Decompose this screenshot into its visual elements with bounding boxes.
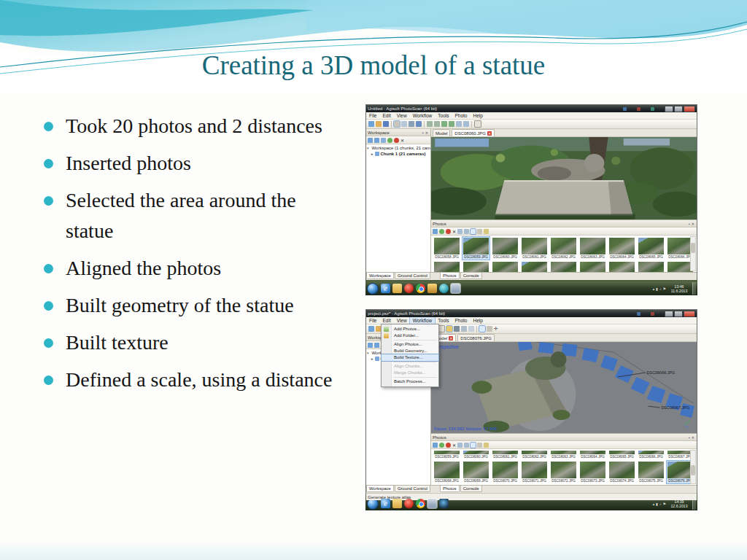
tab-ground-control[interactable]: Ground Control <box>395 273 430 279</box>
open-photo-icon[interactable] <box>484 229 489 234</box>
details-view-icon[interactable] <box>477 443 482 448</box>
add-marker-icon[interactable] <box>381 138 386 143</box>
photo-thumbnail[interactable]: DSC08068.JPG <box>433 461 460 483</box>
opera-icon[interactable] <box>404 284 414 293</box>
internet-explorer-icon[interactable]: e <box>381 284 390 293</box>
menu-item-batch-process[interactable]: Batch Process... <box>382 378 438 385</box>
expand-arrow-icon[interactable]: ▸ <box>371 152 374 156</box>
window-titlebar[interactable]: Untitled - Agisoft PhotoScan (64 bit) <box>366 105 697 112</box>
enable-photo-icon[interactable] <box>439 443 444 448</box>
open-photo-icon[interactable] <box>484 443 489 448</box>
close-button[interactable] <box>684 106 695 112</box>
zoom-in-icon[interactable] <box>456 121 462 127</box>
vertical-scrollbar[interactable] <box>690 236 696 271</box>
add-photos-icon[interactable] <box>374 343 379 348</box>
photo-thumbnail[interactable]: DSC08065.JPG <box>638 237 665 260</box>
photoscan-logo-icon[interactable] <box>439 499 449 508</box>
taskbar-clock[interactable]: 13:4611.6.2013 <box>667 284 691 293</box>
collapse-arrow-icon[interactable]: ▾ <box>367 146 369 150</box>
explorer-folder-icon[interactable] <box>392 499 402 508</box>
photo-thumbnail[interactable]: DSC08070.JPG <box>492 461 519 483</box>
network-icon[interactable]: ▮ <box>656 502 658 506</box>
tab-photos[interactable]: Photos <box>440 486 460 492</box>
panel-close-icon[interactable]: ✕ <box>691 435 695 440</box>
photo-thumbnail[interactable]: DSC08069.JPG <box>462 461 489 483</box>
start-button[interactable] <box>367 283 379 295</box>
vertical-scrollbar[interactable] <box>690 450 696 484</box>
show-cameras-icon[interactable] <box>479 326 485 332</box>
photo-thumbnail[interactable]: DSC08061.JPG <box>492 451 519 459</box>
tab-workspace[interactable]: Workspace <box>366 273 394 279</box>
solid-view-icon[interactable] <box>454 326 460 332</box>
photo-thumbnail[interactable]: DSC08066.JPG <box>638 451 665 459</box>
minimize-button[interactable] <box>665 311 673 317</box>
photo-viewer[interactable] <box>431 137 697 219</box>
volume-icon[interactable]: ♪ <box>659 287 662 291</box>
panel-close-icon[interactable]: ✕ <box>425 131 429 135</box>
photo-thumbnail[interactable]: DSC08061.JPG <box>521 237 548 260</box>
details-view-icon[interactable] <box>477 229 482 234</box>
move-view-icon[interactable] <box>449 121 454 127</box>
add-photos-icon[interactable] <box>433 229 438 234</box>
show-hidden-icons-icon[interactable]: ▴ <box>653 502 655 506</box>
tab-ground-control[interactable]: Ground Control <box>395 486 430 492</box>
action-center-icon[interactable]: ⚑ <box>663 287 666 291</box>
taskbar-clock[interactable]: 14:3912.6.2013 <box>667 499 691 508</box>
model-viewport[interactable]: DSC08066.JPG DSC08067.JPG Perspective Fa… <box>431 342 697 433</box>
tab-console[interactable]: Console <box>460 273 482 279</box>
add-chunk-icon[interactable] <box>368 343 373 348</box>
arrow-tool-icon[interactable] <box>409 121 414 127</box>
photo-thumbnail[interactable]: DSC08074.JPG <box>608 461 635 483</box>
zoom-in-icon[interactable] <box>457 443 462 448</box>
menu-item-merge-chunks[interactable]: Merge Chunks... <box>382 370 438 376</box>
minimize-button[interactable] <box>665 106 673 112</box>
thumbnail-view-icon[interactable] <box>471 229 476 234</box>
internet-explorer-icon[interactable]: e <box>381 499 390 508</box>
photo-thumbnail[interactable]: DSC08058.JPG <box>433 237 460 260</box>
tab-photos[interactable]: Photos <box>440 273 460 279</box>
photo-thumbnail[interactable]: DSC08073.JPG <box>579 461 606 483</box>
menu-tools[interactable]: Tools <box>435 317 452 324</box>
zoom-in-icon[interactable] <box>457 229 462 234</box>
move-object-icon[interactable]: ✛ <box>494 326 498 332</box>
tree-chunk-row[interactable]: ▸ Chunk 1 (21 cameras) <box>367 152 430 156</box>
menu-edit[interactable]: Edit <box>379 112 393 119</box>
photoscan-taskbar-icon[interactable] <box>427 499 437 508</box>
media-player-icon[interactable] <box>439 284 449 293</box>
maximize-button[interactable] <box>674 106 683 112</box>
menu-item-build-texture[interactable]: Build Texture... <box>382 354 438 361</box>
photo-thumbnail[interactable]: DSC08060.JPG <box>462 451 489 459</box>
disable-photo-icon[interactable] <box>446 229 451 234</box>
thumbnail-view-icon[interactable] <box>471 443 476 448</box>
disable-icon[interactable] <box>394 138 399 143</box>
menu-workflow[interactable]: Workflow <box>410 112 436 119</box>
show-markers-icon[interactable] <box>487 326 492 332</box>
photo-thumbnail[interactable]: DSC08072.JPG <box>550 461 577 483</box>
textured-view-icon[interactable] <box>468 326 474 332</box>
action-center-icon[interactable]: ⚑ <box>663 502 666 506</box>
explorer-folder-icon[interactable] <box>392 284 402 293</box>
maximize-button[interactable] <box>674 311 683 317</box>
menu-file[interactable]: File <box>366 112 379 119</box>
menu-item-align-photos[interactable]: Align Photos... <box>382 341 438 348</box>
show-info-icon[interactable] <box>474 120 481 128</box>
show-desktop-button[interactable] <box>692 282 696 295</box>
add-photos-icon[interactable] <box>433 443 438 448</box>
zoom-out-icon[interactable] <box>464 229 469 234</box>
tab-console[interactable]: Console <box>460 486 482 492</box>
photo-thumbnail[interactable]: DSC08063.JPG <box>550 451 577 459</box>
menu-photo[interactable]: Photo <box>452 317 470 324</box>
menu-item-add-folder[interactable]: Add Folder... <box>382 332 438 339</box>
enable-icon[interactable] <box>387 138 392 143</box>
volume-icon[interactable]: ♪ <box>659 502 662 506</box>
photo-thumbnail[interactable]: DSC08071.JPG <box>521 461 548 483</box>
expand-arrow-icon[interactable]: ▸ <box>371 357 374 361</box>
remove-item-icon[interactable]: ✕ <box>400 138 404 143</box>
lasso-select-icon[interactable] <box>401 121 407 127</box>
photoscan-taskbar-icon[interactable] <box>451 284 460 293</box>
network-icon[interactable]: ▮ <box>656 287 658 291</box>
open-project-icon[interactable] <box>376 121 382 127</box>
menu-help[interactable]: Help <box>470 317 485 324</box>
tab-workspace[interactable]: Workspace <box>366 486 394 492</box>
tree-root-row[interactable]: ▾ Workspace (1 chunks, 21 cameras) <box>367 146 430 150</box>
